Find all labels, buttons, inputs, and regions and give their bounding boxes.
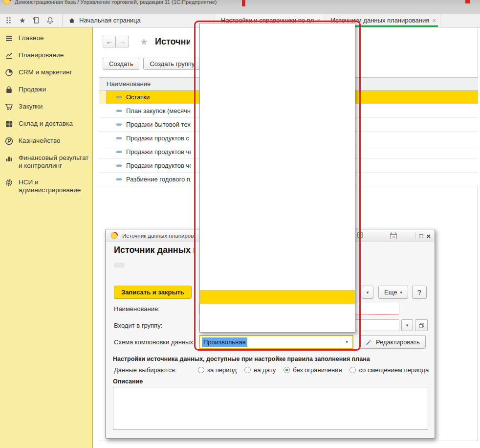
- dropdown-item[interactable]: [200, 80, 355, 94]
- dropdown-item[interactable]: [200, 192, 355, 206]
- period-radio-group: Данные выбираются: за период на дату без…: [114, 366, 429, 374]
- dropdown-item[interactable]: [200, 262, 355, 276]
- dropdown-item[interactable]: [200, 122, 355, 136]
- edit-button-label: Редактировать: [376, 338, 420, 346]
- maximize-icon[interactable]: □: [419, 232, 423, 240]
- dropdown-item[interactable]: [200, 136, 355, 151]
- group-open-button[interactable]: [415, 319, 428, 331]
- window-titlebar: Демонстрационная база / Управление торго…: [0, 0, 480, 14]
- sidebar-item[interactable]: Закупки: [5, 103, 92, 111]
- dropdown-item[interactable]: [200, 164, 355, 179]
- sidebar-item-label: Финансовый результат и контроллинг: [19, 154, 92, 170]
- sidebar-item[interactable]: Главное: [5, 34, 92, 43]
- sidebar: Главное Планирование CRM и маркетинг Про…: [0, 27, 93, 448]
- row-icon-cell: [99, 132, 106, 145]
- dropdown-item[interactable]: [200, 67, 355, 81]
- service-menu-icon[interactable]: [5, 17, 12, 24]
- home-icon: [68, 17, 75, 24]
- row-name: Остатки: [126, 93, 150, 101]
- divider: [401, 232, 401, 239]
- row-name: Разбиение годового пл: [126, 176, 191, 183]
- dropdown-item[interactable]: [200, 39, 355, 53]
- treasury-icon: [5, 137, 13, 145]
- radio-option[interactable]: без ограничения: [284, 366, 342, 374]
- window-close-fragment[interactable]: [465, 0, 470, 3]
- app-tab[interactable]: Начальная страница: [63, 14, 215, 27]
- sidebar-item[interactable]: Продажи: [5, 86, 92, 94]
- notifications-icon[interactable]: [46, 17, 54, 24]
- dropdown-item[interactable]: [200, 220, 355, 234]
- spreadsheet-icon[interactable]: [357, 232, 363, 238]
- favorite-star-icon[interactable]: ★: [140, 36, 148, 47]
- group-label: Входит в группу:: [114, 322, 162, 329]
- schema-label: Схема компоновки данных:: [114, 338, 195, 346]
- sidebar-item-label: CRM и маркетинг: [19, 68, 72, 76]
- back-button[interactable]: ←: [103, 36, 116, 47]
- sidebar-item[interactable]: НСИ и администрирование: [5, 179, 92, 194]
- description-textarea[interactable]: [113, 387, 428, 430]
- dropdown-item[interactable]: [200, 150, 355, 164]
- radio-option[interactable]: со смещением периода: [349, 366, 429, 374]
- dropdown-item[interactable]: [200, 206, 355, 221]
- dropdown-item[interactable]: [200, 304, 355, 318]
- sidebar-item[interactable]: Казначейство: [5, 137, 92, 145]
- element-dash-icon: [116, 121, 122, 128]
- menu-icon: [5, 34, 13, 43]
- dropdown-item[interactable]: [200, 234, 355, 248]
- row-icon-cell: [99, 104, 106, 117]
- dropdown-item[interactable]: [200, 109, 355, 123]
- help-button[interactable]: ?: [412, 286, 427, 299]
- dialog-tab[interactable]: [114, 263, 125, 268]
- radio-option[interactable]: за период: [198, 366, 237, 374]
- dropdown-item[interactable]: [200, 94, 355, 109]
- crm-icon: [5, 68, 13, 77]
- window-title: Демонстрационная база / Управление торго…: [15, 0, 217, 5]
- close-icon[interactable]: ×: [426, 232, 431, 240]
- forward-button[interactable]: →: [116, 36, 129, 47]
- dialog-title: Источник данных планировани: [122, 233, 196, 239]
- element-dash-icon: [116, 176, 122, 182]
- sidebar-item[interactable]: Планирование: [5, 51, 92, 60]
- history-icon[interactable]: [32, 17, 40, 24]
- create-button[interactable]: Создать: [103, 58, 139, 70]
- schema-dropdown-list: [199, 23, 355, 333]
- dropdown-item[interactable]: [200, 24, 355, 39]
- annotation-fragment: [242, 0, 245, 6]
- element-dash-icon: [116, 162, 122, 169]
- radio-label: без ограничения: [293, 366, 342, 374]
- magic-wand-icon: [365, 338, 372, 346]
- calendar-icon[interactable]: [390, 232, 397, 240]
- edit-button[interactable]: Редактировать: [359, 335, 426, 349]
- row-icon-cell: [99, 159, 106, 172]
- tab-close-icon[interactable]: ×: [432, 17, 436, 24]
- combo-arrow-button[interactable]: ▾: [341, 336, 352, 348]
- row-icon-cell: [99, 90, 106, 104]
- dropdown-item[interactable]: [200, 179, 355, 193]
- dropdown-item[interactable]: [200, 318, 355, 332]
- schema-combo[interactable]: Произвольная ▾: [199, 335, 353, 349]
- radio-circle-icon: [198, 367, 204, 373]
- save-close-button[interactable]: Записать и закрыть: [114, 286, 192, 299]
- dropdown-item[interactable]: [200, 290, 355, 304]
- sidebar-item-label: Планирование: [19, 51, 64, 59]
- sidebar-item[interactable]: CRM и маркетинг: [5, 68, 92, 77]
- favorites-icon[interactable]: ★: [19, 17, 25, 24]
- sidebar-item[interactable]: Финансовый результат и контроллинг: [5, 154, 92, 170]
- sidebar-item[interactable]: Склад и доставка: [5, 120, 92, 128]
- row-icon-cell: [99, 118, 106, 131]
- hidden-toolbar-button[interactable]: ▾: [362, 286, 373, 299]
- dropdown-item[interactable]: [200, 276, 355, 291]
- dropdown-item[interactable]: [200, 248, 355, 263]
- more-button[interactable]: Еще ▾: [378, 286, 408, 299]
- sidebar-item-label: Казначейство: [19, 137, 61, 145]
- dialog-tabs: [114, 263, 136, 268]
- radio-label: за период: [207, 366, 237, 374]
- group-dropdown-button[interactable]: ▾: [401, 319, 413, 331]
- radio-option[interactable]: на дату: [244, 366, 276, 374]
- description-label: Описание: [113, 378, 143, 385]
- more-button-label: Еще: [384, 289, 397, 296]
- warehouse-icon: [5, 120, 13, 128]
- dropdown-item[interactable]: [200, 52, 355, 67]
- divider: [415, 232, 415, 239]
- create-group-button[interactable]: Создать группу: [143, 58, 201, 70]
